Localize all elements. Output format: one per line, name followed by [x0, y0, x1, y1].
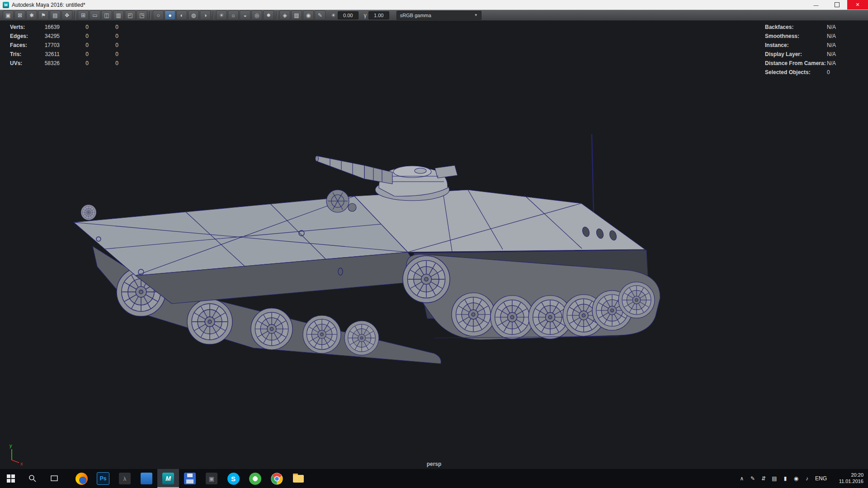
save-app-icon	[184, 473, 196, 484]
tray-pen-icon[interactable]: ✎	[748, 475, 758, 482]
depth-of-field-icon[interactable]: ◉	[303, 10, 314, 20]
hud-label: Display Layer:	[765, 51, 827, 57]
exposure-icon: ☀	[331, 12, 336, 19]
tray-sync-icon[interactable]: ⇵	[759, 475, 769, 482]
perspective-viewport[interactable]: Verts: 16639 0 0 Edges: 34295 0 0 Faces:…	[0, 21, 868, 469]
tray-keyboard-icon[interactable]: ▤	[769, 475, 779, 482]
taskbar-app-dark-2[interactable]: ▣	[201, 469, 222, 488]
chrome-icon	[271, 473, 283, 485]
pan-zoom-icon[interactable]: ✥	[61, 10, 72, 20]
minimize-button[interactable]: —	[806, 0, 826, 9]
camera-name-label: persp	[0, 461, 868, 467]
smooth-shade-icon[interactable]: ●	[165, 10, 175, 20]
hud-label: Instance:	[765, 42, 827, 48]
gamma-icon: γ	[364, 12, 367, 19]
hud-value: 34295	[38, 33, 60, 39]
toolbar-separator	[150, 11, 151, 19]
lighting-tools-group: ☀ ☼ ◒ ◎ ✸	[216, 10, 274, 20]
system-tray: ∧ ✎ ⇵ ▤ ▮ ◉ ♪ ENG 20:20 11.01.2016	[737, 469, 868, 488]
multisample-icon[interactable]: ✸	[263, 10, 274, 20]
field-chart-icon[interactable]: ◰	[125, 10, 136, 20]
hud-value: 0	[60, 51, 89, 57]
toolbar-separator	[276, 11, 277, 19]
hud-label: Edges:	[10, 33, 38, 39]
taskbar-app-green[interactable]	[244, 469, 266, 488]
wireframe-icon[interactable]: ○	[153, 10, 164, 20]
grid-icon[interactable]: ⊞	[78, 10, 89, 20]
grease-pencil-icon[interactable]: ✎	[315, 10, 326, 20]
motion-blur-icon[interactable]: ◎	[251, 10, 262, 20]
hud-value: 58326	[38, 60, 60, 66]
close-button[interactable]: ✕	[847, 0, 868, 9]
hud-value: 0	[89, 42, 118, 48]
blue-app-icon	[141, 473, 152, 484]
tray-network-icon[interactable]: ◉	[791, 475, 801, 482]
search-icon	[28, 474, 37, 483]
maximize-icon	[835, 2, 840, 7]
gate-tools-group: ⊞ ▭ ◫ ▥ ◰ ◳	[78, 10, 147, 20]
ambient-occlusion-icon[interactable]: ◒	[240, 10, 250, 20]
taskbar-app-chrome[interactable]	[266, 469, 288, 488]
safe-action-icon[interactable]: ◳	[137, 10, 147, 20]
shadows-icon[interactable]: ☼	[228, 10, 239, 20]
hud-value: 0	[60, 33, 89, 39]
gate-mask-icon[interactable]: ▥	[113, 10, 124, 20]
bookmark-icon[interactable]: ⚑	[38, 10, 49, 20]
taskbar-app-blue[interactable]	[136, 469, 157, 488]
taskbar-app-firefox[interactable]	[71, 469, 92, 488]
exposure-field[interactable]: 0.00	[338, 11, 359, 19]
tray-volume-icon[interactable]: ♪	[802, 475, 812, 482]
tray-chevron-up-icon[interactable]: ∧	[737, 475, 747, 482]
camera-lock-icon[interactable]: ⊠	[14, 10, 25, 20]
gun-barrel	[316, 156, 393, 184]
xray-icon[interactable]: ◑	[200, 10, 211, 20]
hud-value: 0	[827, 69, 854, 75]
viewport-3d-canvas[interactable]	[0, 21, 868, 469]
camera-tools-group: ▣ ⊠ ✱ ⚑ ▤ ✥	[3, 10, 72, 20]
language-indicator[interactable]: ENG	[813, 475, 829, 482]
taskbar-app-save[interactable]	[179, 469, 201, 488]
resolution-gate-icon[interactable]: ◫	[101, 10, 112, 20]
gamma-field[interactable]: 1.00	[368, 11, 389, 19]
camera-select-icon[interactable]: ▣	[3, 10, 14, 20]
hud-value: 0	[89, 60, 118, 66]
hud-value: N/A	[827, 33, 854, 39]
window-titlebar[interactable]: M Autodesk Maya 2016: untitled* — ✕	[0, 0, 868, 10]
textured-icon[interactable]: ◐	[176, 10, 187, 20]
clock-date: 11.01.2016	[830, 479, 863, 485]
task-view-icon	[50, 475, 58, 482]
isolate-select-icon[interactable]: ◈	[279, 10, 290, 20]
hud-value: N/A	[827, 60, 854, 66]
hud-value: N/A	[827, 42, 854, 48]
hud-label: Smoothness:	[765, 33, 827, 39]
tray-battery-icon[interactable]: ▮	[780, 475, 790, 482]
start-button[interactable]	[0, 469, 22, 488]
taskbar-app-file-explorer[interactable]	[288, 469, 309, 488]
search-button[interactable]	[22, 469, 43, 488]
hud-value: 0	[89, 51, 118, 57]
view-transform-dropdown[interactable]: sRGB gamma ▼	[396, 11, 481, 20]
clock[interactable]: 20:20 11.01.2016	[830, 472, 865, 485]
taskbar-app-skype[interactable]: S	[222, 469, 244, 488]
maximize-button[interactable]	[826, 0, 847, 9]
task-view-button[interactable]	[43, 469, 65, 488]
image-plane-icon[interactable]: ▤	[50, 10, 61, 20]
taskbar-app-dark-1[interactable]: λ	[114, 469, 136, 488]
hud-label: Verts:	[10, 24, 38, 30]
hud-value: 0	[89, 33, 118, 39]
fog-icon[interactable]: ▨	[291, 10, 302, 20]
taskbar-app-maya[interactable]: M	[157, 469, 179, 488]
hud-value: 0	[89, 24, 118, 30]
film-gate-icon[interactable]: ▭	[90, 10, 100, 20]
default-material-icon[interactable]: ◍	[188, 10, 199, 20]
hud-label: UVs:	[10, 60, 38, 66]
taskbar-app-photoshop[interactable]: Ps	[92, 469, 114, 488]
hud-label: Tris:	[10, 51, 38, 57]
lights-icon[interactable]: ☀	[216, 10, 227, 20]
dark-app-icon: ▣	[206, 473, 217, 484]
camera-attributes-icon[interactable]: ✱	[26, 10, 37, 20]
hud-label: Distance From Camera:	[765, 60, 827, 66]
tank-wireframe-model[interactable]	[74, 134, 660, 364]
firefox-icon	[75, 473, 88, 485]
windows-logo-icon	[7, 474, 15, 483]
